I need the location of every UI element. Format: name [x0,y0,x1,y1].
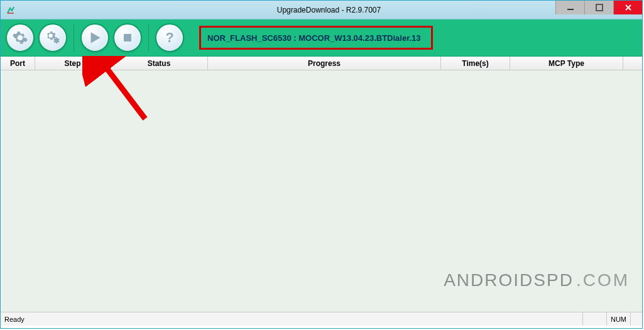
minimize-button[interactable] [555,1,584,14]
svg-text:?: ? [165,30,173,45]
status-cell-3 [631,312,642,326]
status-cell-1 [583,312,607,326]
svg-rect-5 [124,34,131,41]
start-button[interactable] [80,23,109,52]
status-text: Ready [1,312,583,326]
flash-info-box: NOR_FLASH_SC6530 : MOCOR_W13.04.23.BTDia… [199,26,433,50]
col-header-times[interactable]: Time(s) [441,57,510,70]
close-button[interactable] [613,1,642,14]
stop-button[interactable] [113,23,142,52]
minimize-icon [567,4,574,11]
maximize-button[interactable] [584,1,613,14]
gear-icon [12,30,28,46]
col-header-step[interactable]: Step [35,57,111,70]
table-body[interactable]: ANDROIDSPD.COM [1,70,642,312]
col-header-extra [623,57,642,70]
col-header-progress[interactable]: Progress [208,57,441,70]
watermark-part1: ANDROIDSPD [444,270,574,290]
window-controls [555,1,642,14]
watermark-part2: .COM [576,270,630,290]
status-num: NUM [607,312,631,326]
window-title: UpgradeDownload - R2.9.7007 [16,6,642,14]
maximize-icon [596,4,603,11]
double-gear-icon [45,30,61,46]
close-icon [625,4,632,11]
toolbar: ? NOR_FLASH_SC6530 : MOCOR_W13.04.23.BTD… [1,19,642,57]
toolbar-separator [74,24,74,52]
col-header-status[interactable]: Status [111,57,208,70]
stop-icon [120,30,135,45]
app-window: UpgradeDownload - R2.9.7007 [0,0,643,329]
svg-rect-1 [596,4,603,11]
statusbar: Ready NUM [1,312,642,326]
app-icon [6,5,16,15]
help-button[interactable]: ? [155,23,184,52]
settings-button[interactable] [6,23,35,52]
play-icon [87,30,103,46]
svg-rect-0 [567,9,574,10]
toolbar-separator [148,24,149,52]
titlebar[interactable]: UpgradeDownload - R2.9.7007 [1,1,642,19]
flash-info-text: NOR_FLASH_SC6530 : MOCOR_W13.04.23.BTDia… [207,33,421,43]
help-icon: ? [161,30,178,46]
watermark: ANDROIDSPD.COM [444,270,630,290]
table-header: Port Step Status Progress Time(s) MCP Ty… [1,57,642,70]
col-header-mcp[interactable]: MCP Type [510,57,623,70]
col-header-port[interactable]: Port [1,57,35,70]
settings2-button[interactable] [38,23,67,52]
